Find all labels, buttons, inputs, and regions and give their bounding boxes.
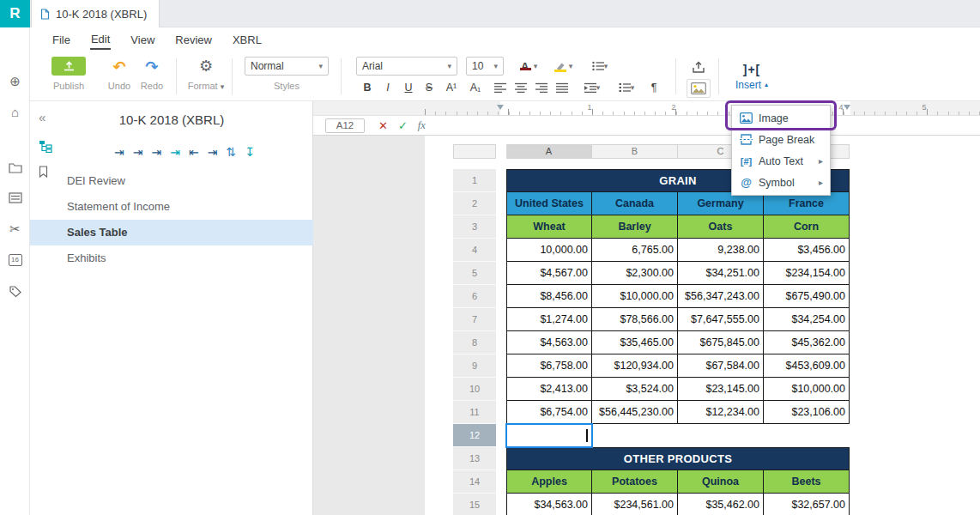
document-tab[interactable]: 10-K 2018 (XBRL) <box>31 0 160 27</box>
cell-A4[interactable]: 10,000.00 <box>506 239 592 262</box>
insert-button[interactable]: ]+[ Insert ▴ <box>727 55 777 98</box>
align-right-button[interactable] <box>533 79 550 96</box>
row-number-4[interactable]: 4 <box>453 239 496 262</box>
collapse-panel-button[interactable]: « <box>39 110 45 124</box>
promote-section-icon[interactable]: ⇤ <box>189 145 199 159</box>
demote-section-icon[interactable]: ⇥ <box>170 145 180 159</box>
align-left-button[interactable] <box>492 79 509 96</box>
cell-C14[interactable]: Quinoa <box>678 470 764 494</box>
format-button[interactable]: ⚙ <box>185 55 227 77</box>
outline-view-icon[interactable] <box>39 140 52 156</box>
row-number-2[interactable]: 2 <box>453 192 496 215</box>
archive-icon[interactable] <box>0 187 30 208</box>
cell-D10[interactable]: $10,000.00 <box>764 378 850 401</box>
cell-A5[interactable]: $4,567.00 <box>506 262 592 285</box>
move-section-down-icon[interactable]: ↧ <box>245 145 255 159</box>
cell-D7[interactable]: $34,254.00 <box>764 308 850 331</box>
function-fx-icon[interactable]: fx <box>418 119 426 132</box>
numbered-list-button[interactable]: ▾ <box>612 79 641 96</box>
menu-item-auto-text[interactable]: [#] Auto Text ▸ <box>732 150 830 172</box>
cell-A11[interactable]: $6,754.00 <box>506 401 592 424</box>
cell-A2[interactable]: United States <box>506 192 592 215</box>
cell-C10[interactable]: $23,145.00 <box>678 378 764 401</box>
cell-A6[interactable]: $8,456.00 <box>506 285 592 308</box>
menu-item-symbol[interactable]: @ Symbol ▸ <box>732 172 830 193</box>
export-button[interactable] <box>687 58 710 76</box>
app-logo[interactable]: R <box>0 0 30 27</box>
cell-D14[interactable]: Beets <box>764 470 850 494</box>
row-number-8[interactable]: 8 <box>453 331 496 354</box>
highlight-color-button[interactable]: ▾ <box>547 57 578 76</box>
row-number-15[interactable]: 15 <box>453 494 496 515</box>
cell-B6[interactable]: $10,000.00 <box>592 285 678 308</box>
cell-B2[interactable]: Canada <box>592 192 678 215</box>
confirm-entry-icon[interactable]: ✓ <box>398 119 408 132</box>
cell-D3[interactable]: Corn <box>764 215 850 239</box>
cell-C5[interactable]: $34,251.00 <box>678 262 764 285</box>
align-justify-button[interactable] <box>554 79 571 96</box>
cell-B8[interactable]: $35,465.00 <box>592 331 678 354</box>
add-icon[interactable]: ⊕ <box>0 71 30 92</box>
cell-D6[interactable]: $675,490.00 <box>764 285 850 308</box>
row-number-9[interactable]: 9 <box>453 354 496 378</box>
cell-A8[interactable]: $4,563.00 <box>506 331 592 354</box>
cell-B11[interactable]: $56,445,230.00 <box>592 401 678 424</box>
tag-icon[interactable] <box>0 281 30 301</box>
redo-button[interactable]: ↷ <box>138 57 166 77</box>
publish-button[interactable] <box>51 57 86 76</box>
cell-C8[interactable]: $675,845.00 <box>678 331 764 354</box>
indent-section-icon[interactable]: ⇥ <box>208 145 218 159</box>
home-icon[interactable]: ⌂ <box>0 101 30 122</box>
cell-A10[interactable]: $2,413.00 <box>506 378 592 401</box>
folder-icon[interactable] <box>0 157 30 178</box>
paragraph-marks-button[interactable]: ¶ <box>644 79 663 96</box>
selected-cell-A12[interactable] <box>505 423 593 448</box>
reorder-sections-icon[interactable]: ⇅ <box>226 145 236 159</box>
align-center-button[interactable] <box>512 79 529 96</box>
cell-C15[interactable]: $35,462.00 <box>678 494 764 515</box>
format-label[interactable]: Format ▾ <box>182 81 230 91</box>
cell-B5[interactable]: $2,300.00 <box>592 262 678 285</box>
row-number-7[interactable]: 7 <box>453 308 496 331</box>
cell-C3[interactable]: Oats <box>678 215 764 239</box>
menu-view[interactable]: View <box>130 31 155 49</box>
image-shortcut-button[interactable] <box>687 79 711 98</box>
cell-C2[interactable]: Germany <box>678 192 764 215</box>
cell-C7[interactable]: $7,647,555.00 <box>678 308 764 331</box>
italic-button[interactable]: I <box>378 79 397 96</box>
cell-B10[interactable]: $3,524.00 <box>592 378 678 401</box>
row-number-10[interactable]: 10 <box>453 378 496 401</box>
cell-D5[interactable]: $234,154.00 <box>764 262 850 285</box>
subscript-button[interactable]: A₁ <box>464 79 487 96</box>
cell-D8[interactable]: $45,362.00 <box>764 331 850 354</box>
bullet-list-button[interactable]: ▾ <box>584 57 615 76</box>
undo-button[interactable]: ↶ <box>106 57 133 77</box>
strikethrough-button[interactable]: S <box>420 79 439 96</box>
indent-button[interactable]: ▾ <box>578 79 607 96</box>
calendar-16-icon[interactable]: 16 <box>0 250 30 270</box>
row-number-12[interactable]: 12 <box>453 424 496 447</box>
cell-C9[interactable]: $67,584.00 <box>678 354 764 378</box>
cell-A3[interactable]: Wheat <box>506 215 592 239</box>
section-sales-table[interactable]: Sales Table <box>30 220 313 245</box>
row-number-3[interactable]: 3 <box>453 215 496 239</box>
font-color-button[interactable]: A ▾ <box>512 57 541 76</box>
menu-edit[interactable]: Edit <box>90 30 111 50</box>
menu-xbrl[interactable]: XBRL <box>232 31 263 49</box>
cell-D15[interactable]: $32,657.00 <box>764 494 850 515</box>
menu-file[interactable]: File <box>51 31 71 49</box>
cell-B3[interactable]: Barley <box>592 215 678 239</box>
cell-D9[interactable]: $453,609.00 <box>764 354 850 378</box>
section-statement-of-income[interactable]: Statement of Income <box>30 194 313 220</box>
insert-section-below-icon[interactable]: ⇥ <box>133 145 143 159</box>
section-exhibits[interactable]: Exhibits <box>30 245 313 271</box>
row-number-14[interactable]: 14 <box>453 470 496 494</box>
menu-item-image[interactable]: Image <box>732 107 830 129</box>
row-number-1[interactable]: 1 <box>453 169 496 192</box>
cell-D11[interactable]: $23,106.00 <box>764 401 850 424</box>
row-number-5[interactable]: 5 <box>453 262 496 285</box>
left-margin-marker[interactable] <box>497 105 504 110</box>
insert-section-above-icon[interactable]: ⇥ <box>114 145 124 159</box>
cell-A14[interactable]: Apples <box>506 470 592 494</box>
cell-C6[interactable]: $56,347,243.00 <box>678 285 764 308</box>
